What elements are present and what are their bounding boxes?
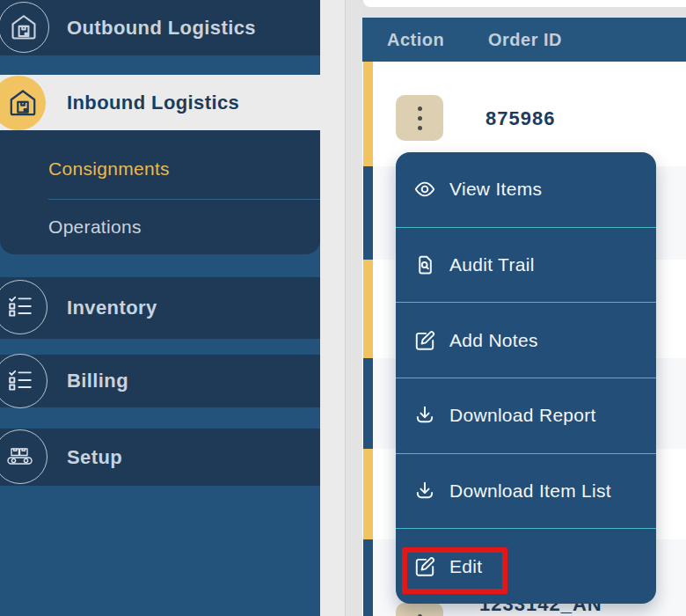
edit-icon: [413, 555, 436, 578]
kebab-dot: [418, 106, 422, 111]
sidebar-item-outbound-logistics[interactable]: Outbound Logistics: [0, 0, 320, 55]
eye-icon: [413, 178, 436, 201]
table-row: 875986: [362, 62, 686, 166]
row-status-stripe: [363, 166, 373, 260]
menu-item-edit[interactable]: Edit: [396, 528, 656, 604]
menu-item-label: Edit: [449, 556, 482, 577]
sidebar-item-billing[interactable]: Billing: [0, 355, 320, 407]
orders-panel: Action Order ID 875986: [362, 0, 686, 616]
sidebar-item-label: Outbound Logistics: [67, 17, 256, 40]
row-status-stripe: [363, 260, 373, 358]
row-status-stripe: [363, 449, 373, 539]
sidebar-item-setup[interactable]: Setup: [0, 429, 320, 486]
menu-item-label: Download Item List: [449, 480, 611, 502]
row-actions-kebab-button[interactable]: [396, 603, 443, 616]
conveyor-icon: [0, 429, 47, 484]
add-notes-icon: [413, 329, 436, 352]
menu-item-view-items[interactable]: View Items: [396, 152, 656, 227]
menu-item-label: Audit Trail: [449, 254, 535, 275]
audit-trail-icon: [413, 253, 436, 276]
sidebar-item-inbound-logistics[interactable]: Inbound Logistics: [0, 75, 320, 130]
menu-item-label: View Items: [449, 179, 542, 200]
download-icon: [413, 480, 436, 502]
sidebar-subitem-consignments[interactable]: Consignments: [48, 158, 170, 180]
menu-item-label: Download Report: [449, 405, 596, 426]
checklist-icon: [0, 354, 47, 408]
sidebar-subitem-operations[interactable]: Operations: [48, 216, 142, 238]
sidebar-item-label: Billing: [67, 370, 128, 392]
order-id-cell: 875986: [485, 107, 555, 130]
column-header-action: Action: [387, 30, 444, 50]
sidebar: Outbound Logistics Inbound Logistics Con…: [0, 0, 320, 616]
scrollbar-track[interactable]: [345, 0, 363, 616]
menu-item-download-item-list[interactable]: Download Item List: [396, 453, 656, 529]
checklist-icon: [0, 280, 47, 334]
warehouse-icon: [0, 76, 46, 130]
menu-item-download-report[interactable]: Download Report: [396, 378, 656, 453]
row-status-stripe: [363, 539, 373, 616]
menu-item-audit-trail[interactable]: Audit Trail: [396, 227, 656, 303]
column-header-order-id: Order ID: [488, 30, 562, 50]
sidebar-item-inventory[interactable]: Inventory: [0, 277, 320, 339]
menu-item-add-notes[interactable]: Add Notes: [396, 302, 656, 378]
row-status-stripe: [363, 62, 373, 166]
submenu-divider: [48, 199, 320, 200]
kebab-dot: [418, 126, 422, 130]
sidebar-item-label: Inventory: [67, 297, 157, 319]
row-actions-kebab-button[interactable]: [396, 95, 443, 141]
filter-card-edge: [363, 0, 686, 7]
row-actions-menu: View Items Audit Trail Add Notes Downloa…: [396, 152, 656, 604]
kebab-dot: [418, 116, 422, 121]
row-status-stripe: [363, 358, 373, 449]
download-icon: [413, 404, 436, 427]
warehouse-icon: [0, 2, 49, 53]
inbound-submenu: Consignments Operations: [0, 130, 320, 254]
sidebar-item-label: Setup: [67, 446, 122, 469]
sidebar-item-label: Inbound Logistics: [67, 92, 239, 114]
table-header: Action Order ID: [362, 18, 686, 62]
page-gutter: [320, 0, 362, 616]
menu-item-label: Add Notes: [449, 330, 538, 351]
